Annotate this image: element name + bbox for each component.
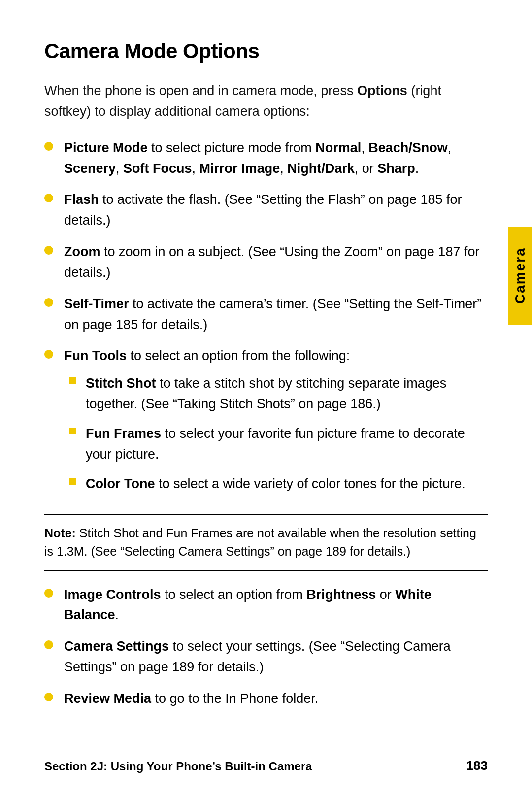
main-bullet-list: Picture Mode to select picture mode from…: [44, 138, 488, 503]
bullet-camera-settings: Camera Settings to select your settings.…: [44, 636, 488, 678]
bullet-review-media: Review Media to go to the In Phone folde…: [44, 689, 488, 709]
sidebar-tab-label: Camera: [512, 248, 528, 304]
bullet-zoom: Zoom to zoom in on a subject. (See “Usin…: [44, 242, 488, 283]
intro-text1: When the phone is open and in camera mod…: [44, 83, 357, 98]
bullet-dot: [44, 589, 53, 598]
page-title: Camera Mode Options: [44, 39, 488, 63]
sub-color-tone-content: Color Tone to select a wide variety of c…: [86, 474, 488, 495]
bullet-dot: [44, 298, 53, 307]
note-box: Note: Stitch Shot and Fun Frames are not…: [44, 514, 488, 571]
picture-mode-bold: Picture Mode: [64, 140, 148, 155]
bullet-fun-tools-content: Fun Tools to select an option from the f…: [64, 346, 488, 503]
bullet-self-timer-content: Self-Timer to activate the camera’s time…: [64, 294, 488, 335]
bullet-dot: [44, 350, 53, 359]
intro-paragraph: When the phone is open and in camera mod…: [44, 81, 488, 122]
sub-bullet-stitch-shot: Stitch Shot to take a stitch shot by sti…: [69, 373, 488, 415]
sub-bullet-square: [69, 377, 76, 384]
bullet-flash: Flash to activate the flash. (See “Setti…: [44, 190, 488, 231]
bullet-self-timer: Self-Timer to activate the camera’s time…: [44, 294, 488, 335]
bullet-fun-tools: Fun Tools to select an option from the f…: [44, 346, 488, 503]
sub-fun-frames-content: Fun Frames to select your favorite fun p…: [86, 424, 488, 465]
bullet-dot: [44, 142, 53, 151]
bullet-flash-content: Flash to activate the flash. (See “Setti…: [64, 190, 488, 231]
bullet-zoom-content: Zoom to zoom in on a subject. (See “Usin…: [64, 242, 488, 283]
sub-stitch-shot-content: Stitch Shot to take a stitch shot by sti…: [86, 373, 488, 415]
bullet-dot: [44, 246, 53, 255]
sidebar-tab: Camera: [508, 227, 532, 325]
note-bold: Note:: [44, 526, 76, 540]
bullet-image-controls-content: Image Controls to select an option from …: [64, 585, 488, 626]
bullet-dot: [44, 640, 53, 649]
page-container: Camera Camera Mode Options When the phon…: [0, 0, 532, 798]
sub-bullet-color-tone: Color Tone to select a wide variety of c…: [69, 474, 488, 495]
bullet-review-media-content: Review Media to go to the In Phone folde…: [64, 689, 488, 709]
after-note-bullet-list: Image Controls to select an option from …: [44, 585, 488, 709]
footer-section-label: Section 2J: Using Your Phone’s Built-in …: [44, 760, 312, 773]
bullet-image-controls: Image Controls to select an option from …: [44, 585, 488, 626]
bullet-dot: [44, 194, 53, 202]
sub-bullet-square: [69, 428, 76, 434]
bullet-dot: [44, 693, 53, 701]
intro-bold1: Options: [357, 83, 407, 98]
footer-page-number: 183: [466, 758, 488, 773]
bullet-picture-mode-content: Picture Mode to select picture mode from…: [64, 138, 488, 179]
sub-bullet-fun-frames: Fun Frames to select your favorite fun p…: [69, 424, 488, 465]
sub-bullet-list: Stitch Shot to take a stitch shot by sti…: [69, 373, 488, 494]
bullet-picture-mode: Picture Mode to select picture mode from…: [44, 138, 488, 179]
note-text: Stitch Shot and Fun Frames are not avail…: [44, 526, 476, 559]
sub-bullet-square: [69, 478, 76, 485]
bullet-camera-settings-content: Camera Settings to select your settings.…: [64, 636, 488, 678]
page-footer: Section 2J: Using Your Phone’s Built-in …: [44, 758, 488, 773]
